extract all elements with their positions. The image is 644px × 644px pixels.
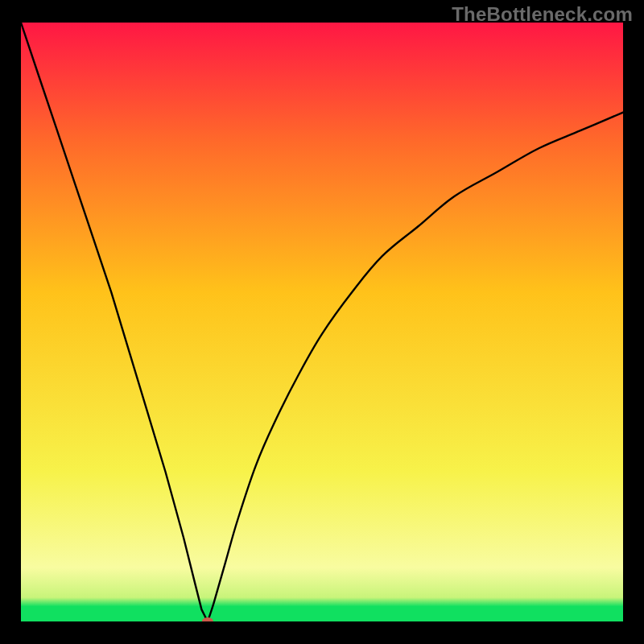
chart-svg xyxy=(21,23,623,621)
gradient-background xyxy=(21,23,623,621)
chart-frame: TheBottleneck.com xyxy=(0,0,644,644)
plot-area xyxy=(21,23,623,621)
